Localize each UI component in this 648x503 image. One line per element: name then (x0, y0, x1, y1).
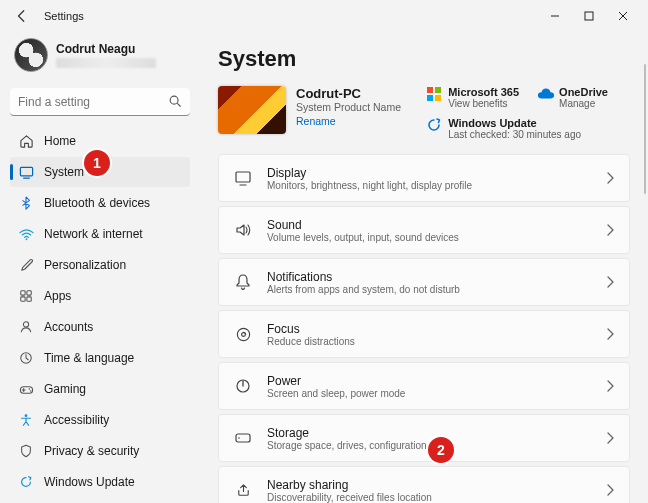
sound-icon (233, 221, 253, 239)
microsoft-365-link[interactable]: Microsoft 365View benefits (426, 86, 519, 109)
back-button[interactable] (8, 2, 36, 30)
card-sub: Monitors, brightness, night light, displ… (267, 180, 605, 191)
device-card[interactable]: Codrut-PC System Product Name Rename (218, 86, 401, 134)
bell-icon (233, 273, 253, 291)
svg-point-19 (237, 328, 249, 340)
nav-accessibility[interactable]: Accessibility (10, 405, 190, 435)
power-card[interactable]: PowerScreen and sleep, power mode (218, 362, 630, 410)
card-title: Sound (267, 218, 605, 232)
chevron-right-icon (605, 276, 615, 288)
chevron-right-icon (605, 432, 615, 444)
nav-privacy[interactable]: Privacy & security (10, 436, 190, 466)
svg-rect-6 (21, 297, 25, 301)
nav-time[interactable]: Time & language (10, 343, 190, 373)
nav-personalization[interactable]: Personalization (10, 250, 190, 280)
svg-rect-7 (27, 297, 31, 301)
display-card[interactable]: DisplayMonitors, brightness, night light… (218, 154, 630, 202)
window-title: Settings (44, 10, 84, 22)
svg-rect-2 (20, 167, 32, 175)
svg-point-1 (170, 96, 178, 104)
card-sub: Alerts from apps and system, do not dist… (267, 284, 605, 295)
accessibility-icon (18, 413, 34, 427)
chevron-right-icon (605, 380, 615, 392)
search-input[interactable] (10, 88, 190, 116)
nearby-sharing-card[interactable]: Nearby sharingDiscoverability, received … (218, 466, 630, 503)
annotation-1: 1 (84, 150, 110, 176)
apps-icon (18, 289, 34, 303)
card-title: Nearby sharing (267, 478, 605, 492)
promo-title: OneDrive (559, 86, 608, 98)
svg-point-23 (238, 437, 240, 439)
chevron-right-icon (605, 224, 615, 236)
arrow-left-icon (15, 9, 29, 23)
device-product: System Product Name (296, 101, 401, 113)
svg-rect-17 (435, 95, 441, 101)
nav-label: Gaming (44, 382, 86, 396)
close-button[interactable] (606, 2, 640, 30)
svg-point-8 (23, 322, 28, 327)
annotation-2: 2 (428, 437, 454, 463)
nav-bluetooth[interactable]: Bluetooth & devices (10, 188, 190, 218)
card-title: Notifications (267, 270, 605, 284)
windows-update-link[interactable]: Windows UpdateLast checked: 30 minutes a… (426, 117, 630, 140)
onedrive-link[interactable]: OneDriveManage (537, 86, 630, 109)
nav-list: Home System Bluetooth & devices Network … (10, 126, 190, 497)
svg-point-13 (25, 414, 28, 417)
power-icon (233, 378, 253, 394)
sidebar: Codrut Neagu Home System Bluetooth & dev… (0, 32, 200, 503)
update-icon (18, 475, 34, 489)
svg-rect-14 (427, 87, 433, 93)
svg-point-3 (25, 238, 27, 240)
promo-title: Microsoft 365 (448, 86, 519, 98)
promo-sub: Manage (559, 98, 608, 109)
svg-rect-0 (585, 12, 593, 20)
svg-point-20 (241, 332, 245, 336)
svg-point-11 (28, 388, 30, 390)
nav-label: System (44, 165, 84, 179)
storage-card[interactable]: StorageStorage space, drives, configurat… (218, 414, 630, 462)
nav-label: Time & language (44, 351, 134, 365)
chevron-right-icon (605, 484, 615, 496)
user-name: Codrut Neagu (56, 42, 156, 56)
nav-update[interactable]: Windows Update (10, 467, 190, 497)
nav-network[interactable]: Network & internet (10, 219, 190, 249)
card-sub: Reduce distractions (267, 336, 605, 347)
rename-link[interactable]: Rename (296, 115, 336, 127)
microsoft-365-icon (426, 86, 442, 102)
onedrive-icon (537, 86, 553, 102)
nav-label: Privacy & security (44, 444, 139, 458)
gaming-icon (18, 382, 34, 397)
nav-label: Network & internet (44, 227, 143, 241)
bluetooth-icon (18, 196, 34, 210)
focus-card[interactable]: FocusReduce distractions (218, 310, 630, 358)
svg-rect-18 (236, 172, 250, 182)
card-sub: Discoverability, received files location (267, 492, 605, 503)
nav-accounts[interactable]: Accounts (10, 312, 190, 342)
promo-sub: Last checked: 30 minutes ago (448, 129, 581, 140)
nav-label: Accounts (44, 320, 93, 334)
nav-label: Windows Update (44, 475, 135, 489)
sound-card[interactable]: SoundVolume levels, output, input, sound… (218, 206, 630, 254)
chevron-right-icon (605, 328, 615, 340)
nav-label: Personalization (44, 258, 126, 272)
promo-sub: View benefits (448, 98, 519, 109)
user-account-button[interactable]: Codrut Neagu (10, 32, 190, 82)
nav-label: Apps (44, 289, 71, 303)
scrollbar[interactable] (644, 64, 646, 194)
maximize-button[interactable] (572, 2, 606, 30)
nav-apps[interactable]: Apps (10, 281, 190, 311)
notifications-card[interactable]: NotificationsAlerts from apps and system… (218, 258, 630, 306)
nav-gaming[interactable]: Gaming (10, 374, 190, 404)
card-title: Focus (267, 322, 605, 336)
promo-title: Windows Update (448, 117, 581, 129)
close-icon (618, 11, 628, 21)
update-icon (426, 117, 442, 133)
chevron-right-icon (605, 172, 615, 184)
title-bar: Settings (0, 0, 648, 32)
page-title: System (218, 46, 630, 72)
maximize-icon (584, 11, 594, 21)
search-icon (168, 94, 182, 108)
minimize-button[interactable] (538, 2, 572, 30)
svg-rect-16 (427, 95, 433, 101)
nav-label: Accessibility (44, 413, 109, 427)
